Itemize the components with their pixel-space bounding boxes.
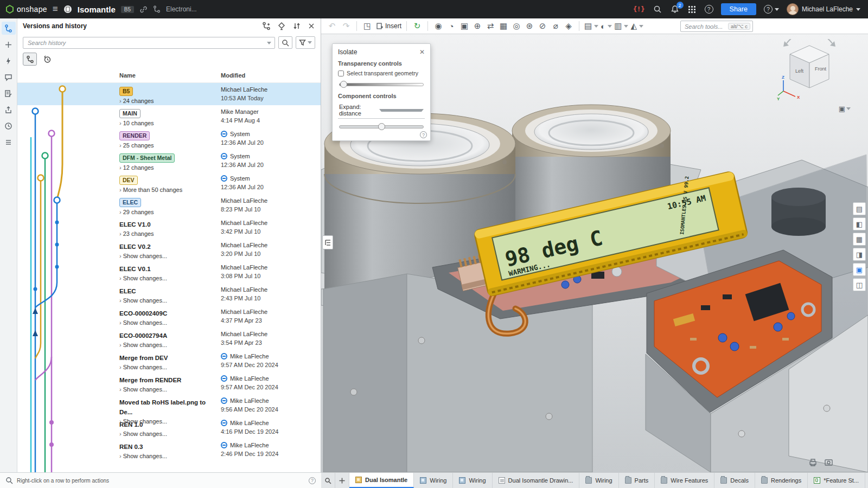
redo-icon[interactable]: ↷ <box>340 20 353 33</box>
group-icon[interactable]: ▣ <box>458 20 471 33</box>
add-tab-button[interactable] <box>335 473 349 488</box>
version-row[interactable]: DFM - Sheet Metal DFM - Sheet Metal 12 c… <box>17 150 321 172</box>
document-tab[interactable]: Renderings <box>755 473 808 488</box>
document-title[interactable]: Isomantle <box>78 5 116 14</box>
notifications-bell-icon[interactable]: 2 <box>670 4 680 14</box>
main-menu-icon[interactable]: ≡ <box>53 4 58 15</box>
expand-dropdown[interactable]: Expand: distance <box>338 102 425 119</box>
search-history-input[interactable] <box>23 37 275 49</box>
app-store-grid-icon[interactable] <box>687 4 697 14</box>
document-tab[interactable]: *Feature St... <box>808 473 865 488</box>
version-chip[interactable]: B5 <box>121 6 134 13</box>
changes-link[interactable]: Show changes... <box>119 275 218 281</box>
version-row[interactable]: ELEC ELEC 29 changes Michael LaFleche 8:… <box>17 194 321 216</box>
filter-button[interactable] <box>296 36 315 49</box>
slider-handle[interactable] <box>378 123 385 130</box>
appearance-panel-icon[interactable]: ◨ <box>853 248 866 261</box>
linked-document-reference[interactable]: Electroni... <box>166 5 197 13</box>
measure-icon[interactable]: ⌀ <box>549 20 562 33</box>
document-tab[interactable]: Wire Features <box>655 473 714 488</box>
insert-tab-icon[interactable] <box>2 38 16 51</box>
document-tab[interactable]: Wiring <box>579 473 618 488</box>
history-clock-icon[interactable] <box>2 119 16 132</box>
snapshot-icon[interactable] <box>824 458 833 467</box>
snapshot-icon[interactable]: ◔ <box>445 20 458 33</box>
changes-link[interactable]: Show changes... <box>119 253 218 259</box>
show-graph-toggle[interactable] <box>23 53 37 66</box>
version-row[interactable]: Moved tab RoHS label.png to De... Moved … <box>17 394 321 416</box>
mate-icon[interactable]: ◉ <box>432 20 445 33</box>
changes-link[interactable]: Show changes... <box>119 342 218 348</box>
appearance-icon[interactable]: ◐ <box>599 20 613 33</box>
slider-handle[interactable] <box>340 81 347 88</box>
mate-connector-icon[interactable]: ⊕ <box>471 20 484 33</box>
properties-panel-icon[interactable]: ◫ <box>853 278 866 291</box>
close-panel-icon[interactable] <box>308 22 315 30</box>
publish-icon[interactable] <box>2 103 16 116</box>
select-transparent-checkbox[interactable] <box>338 70 344 76</box>
version-row[interactable]: ELEC V0.1 ELEC V0.1 Show changes... Mich… <box>17 261 321 283</box>
version-row[interactable]: REN 1.0 REN 1.0 Show changes... Mike LaF… <box>17 416 321 439</box>
update-icon[interactable]: ↻ <box>411 20 424 33</box>
version-row[interactable]: ELEC ELEC Show changes... Michael LaFlec… <box>17 283 321 305</box>
version-row[interactable]: Merge from RENDER Merge from RENDER Show… <box>17 372 321 394</box>
user-menu[interactable]: Michael LaFleche <box>787 3 860 15</box>
interference-icon[interactable]: ⊘ <box>536 20 549 33</box>
changes-link[interactable]: Show changes... <box>119 297 218 304</box>
expand-distance-slider[interactable] <box>339 123 424 131</box>
section-view-icon[interactable]: ◭ <box>629 20 644 33</box>
undo-icon[interactable]: ↶ <box>326 20 339 33</box>
search-submit-button[interactable] <box>278 36 292 49</box>
changes-link[interactable]: Show changes... <box>119 319 218 326</box>
version-row[interactable]: ELEC V0.2 ELEC V0.2 Show changes... Mich… <box>17 239 321 261</box>
changes-link[interactable]: Show changes... <box>119 431 218 437</box>
version-row[interactable]: ELEC V1.0 ELEC V1.0 23 changes Michael L… <box>17 216 321 239</box>
document-edit-icon[interactable] <box>2 87 16 100</box>
model-tree-toggle[interactable] <box>322 235 333 249</box>
version-row[interactable]: Merge from DEV Merge from DEV Show chang… <box>17 350 321 372</box>
document-tab[interactable]: Decals <box>714 473 755 488</box>
changes-link[interactable]: Show changes... <box>119 453 218 459</box>
create-version-icon[interactable] <box>277 22 286 30</box>
changes-link[interactable]: Show changes... <box>119 386 218 393</box>
insert-button[interactable]: Insert <box>375 20 403 33</box>
document-tab[interactable]: Wiring <box>414 473 453 488</box>
version-row[interactable]: B5 B5 24 changes Michael LaFleche 10:53 … <box>17 83 321 105</box>
changes-link[interactable]: Show changes... <box>119 364 218 370</box>
show-all-history-toggle[interactable] <box>40 53 54 66</box>
changes-link[interactable]: 23 changes <box>119 230 218 237</box>
print-icon[interactable] <box>808 458 818 467</box>
document-tab[interactable]: Parts <box>619 473 655 488</box>
share-button[interactable]: Share <box>721 3 756 15</box>
outline-list-icon[interactable] <box>2 136 16 149</box>
circular-pattern-icon[interactable]: ◎ <box>510 20 523 33</box>
select-transparent-checkbox-row[interactable]: Select transparent geometry <box>338 70 425 76</box>
search-tools-input[interactable]: Search tools... alt/⌥ c <box>680 21 753 32</box>
display-states-icon[interactable]: ▤ <box>583 20 599 33</box>
custom-feature-icon[interactable] <box>2 54 16 67</box>
version-row[interactable]: RENDER RENDER 25 changes System 12:36 AM… <box>17 127 321 150</box>
version-row[interactable]: ECO-00002409C ECO-00002409C Show changes… <box>17 305 321 328</box>
tables-icon[interactable]: ▥ <box>613 20 629 33</box>
changes-link[interactable]: 24 changes <box>119 98 218 104</box>
link-icon[interactable] <box>139 5 148 14</box>
search-options-caret-icon[interactable] <box>267 42 271 44</box>
learning-center-icon[interactable]: ? <box>705 5 713 14</box>
edit-in-context-icon[interactable]: ◳ <box>361 20 374 33</box>
version-row[interactable]: MAIN MAIN 10 changes Mike Manager 4:14 P… <box>17 105 321 127</box>
document-tab[interactable]: Dual Isomantle Drawin... <box>493 473 580 488</box>
view-cube[interactable]: Left Front Z X Y <box>777 39 842 101</box>
relations-icon[interactable]: ⇄ <box>484 20 497 33</box>
search-tabs-icon[interactable] <box>321 473 335 488</box>
transparency-slider[interactable] <box>339 81 424 88</box>
featurescript-alert-icon[interactable]: {!} <box>633 5 645 13</box>
onshape-logo[interactable]: onshape <box>5 5 47 14</box>
versions-history-icon[interactable] <box>2 22 16 35</box>
close-icon[interactable]: ✕ <box>419 48 425 56</box>
changes-link[interactable]: 12 changes <box>119 164 218 171</box>
search-icon[interactable] <box>653 4 662 14</box>
linear-pattern-icon[interactable]: ▦ <box>497 20 510 33</box>
version-row[interactable]: REN 0.3 REN 0.3 Show changes... Mike LaF… <box>17 439 321 461</box>
version-row[interactable]: ECO-00002794A ECO-00002794A Show changes… <box>17 328 321 350</box>
create-branch-icon[interactable] <box>262 22 271 30</box>
